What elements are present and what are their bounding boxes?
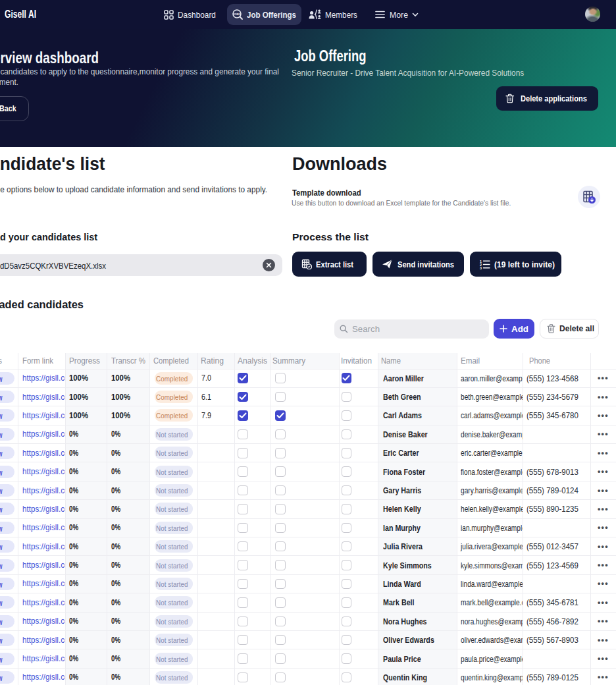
- svg-text:3: 3: [480, 266, 482, 269]
- svg-text:JOBS: JOBS: [233, 13, 241, 16]
